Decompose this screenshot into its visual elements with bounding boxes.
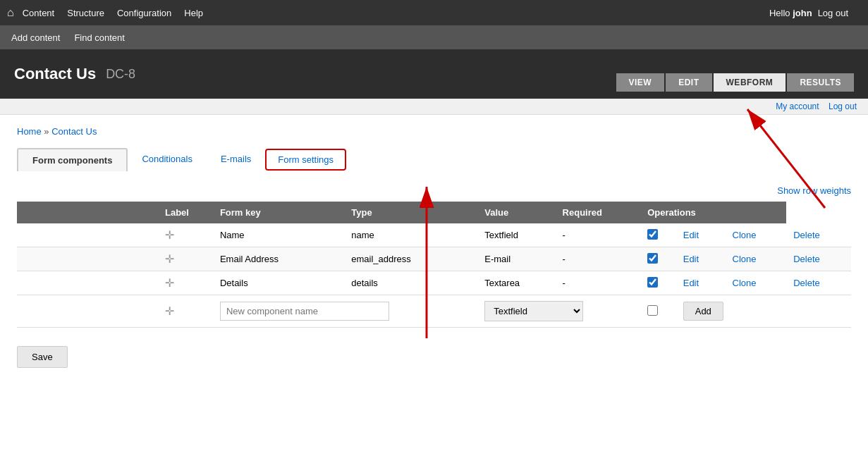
col-type: Type: [344, 202, 477, 223]
breadcrumb-home[interactable]: Home: [17, 126, 42, 137]
drag-cell: [17, 223, 158, 247]
required-checkbox[interactable]: [647, 229, 658, 240]
value-cell: -: [556, 271, 641, 295]
row-weights-area: Show row weights: [17, 185, 851, 196]
type-select-cell: TextfieldTextareaE-mailSelectCheckboxRad…: [477, 295, 640, 328]
add-drag-handle: ✛: [165, 305, 174, 317]
account-logout-link[interactable]: Log out: [829, 101, 857, 111]
tab-webform[interactable]: WEBFORM: [714, 73, 786, 92]
value-cell: -: [556, 223, 641, 247]
add-content-link[interactable]: Add content: [11, 32, 60, 43]
drag-cell: [17, 271, 158, 295]
delete-cell: Delete: [786, 247, 851, 271]
page-tab-buttons: VIEW EDIT WEBFORM RESULTS: [616, 73, 854, 92]
edit-cell: Edit: [676, 223, 726, 247]
add-btn-cell: Add: [676, 295, 851, 328]
required-new-cell: [640, 295, 676, 328]
drag-handle[interactable]: ✛: [165, 277, 174, 289]
tab-form-components[interactable]: Form components: [17, 148, 128, 171]
edit-link[interactable]: Edit: [683, 254, 699, 264]
type-cell: Textfield: [477, 223, 555, 247]
delete-link[interactable]: Delete: [793, 254, 820, 264]
title-area: Contact Us DC-8: [14, 65, 135, 83]
clone-link[interactable]: Clone: [733, 230, 757, 240]
component-type-select[interactable]: TextfieldTextareaE-mailSelectCheckboxRad…: [484, 301, 583, 321]
formkey-cell: name: [344, 223, 477, 247]
components-table: Label Form key Type Value Required Opera…: [17, 202, 851, 328]
drag-handle[interactable]: ✛: [165, 229, 174, 241]
breadcrumb: Home » Contact Us: [17, 126, 851, 137]
tab-conditionals[interactable]: Conditionals: [128, 148, 207, 171]
label-cell: Details: [213, 271, 344, 295]
tab-view[interactable]: VIEW: [616, 73, 665, 92]
delete-link[interactable]: Delete: [793, 230, 820, 240]
sec-nav: Add content Find content: [0, 25, 868, 49]
new-component-input[interactable]: [220, 302, 389, 321]
clone-cell: Clone: [726, 271, 787, 295]
nav-structure[interactable]: Structure: [67, 8, 104, 18]
delete-link[interactable]: Delete: [793, 278, 820, 288]
required-cell: [640, 247, 676, 271]
col-value: Value: [477, 202, 555, 223]
drag-cell: [17, 247, 158, 271]
show-row-weights-link[interactable]: Show row weights: [777, 185, 851, 196]
drag-handle-cell: ✛: [158, 223, 213, 247]
top-nav: ⌂ Content Structure Configuration Help H…: [0, 0, 868, 25]
col-formkey: Form key: [213, 202, 344, 223]
dc-badge: DC-8: [106, 67, 135, 82]
top-nav-right: Hello john Log out: [769, 8, 861, 18]
edit-link[interactable]: Edit: [683, 230, 699, 240]
page-title: Contact Us: [14, 65, 96, 83]
main-content: Home » Contact Us Form components Condit…: [0, 115, 868, 379]
required-checkbox[interactable]: [647, 277, 658, 288]
clone-cell: Clone: [726, 223, 787, 247]
edit-link[interactable]: Edit: [683, 278, 699, 288]
tab-edit[interactable]: EDIT: [666, 73, 711, 92]
greeting-text: Hello john: [769, 8, 812, 18]
breadcrumb-current[interactable]: Contact Us: [51, 126, 97, 137]
tab-form-settings[interactable]: Form settings: [265, 149, 346, 171]
required-cell: [640, 223, 676, 247]
new-required-checkbox[interactable]: [647, 305, 658, 316]
table-body: ✛ Name name Textfield - Edit Clone Delet…: [17, 223, 851, 328]
formkey-cell: email_address: [344, 247, 477, 271]
formkey-cell: details: [344, 271, 477, 295]
clone-link[interactable]: Clone: [733, 278, 757, 288]
required-checkbox[interactable]: [647, 253, 658, 264]
my-account-link[interactable]: My account: [776, 101, 819, 111]
add-component-button[interactable]: Add: [683, 302, 723, 321]
type-cell: E-mail: [477, 247, 555, 271]
value-cell: -: [556, 247, 641, 271]
clone-cell: Clone: [726, 247, 787, 271]
nav-help[interactable]: Help: [184, 8, 203, 18]
col-label: [17, 202, 158, 223]
drag-handle[interactable]: ✛: [165, 253, 174, 265]
drag-handle-cell: ✛: [158, 271, 213, 295]
nav-configuration[interactable]: Configuration: [117, 8, 171, 18]
label-cell: Name: [213, 223, 344, 247]
find-content-link[interactable]: Find content: [74, 32, 125, 43]
save-button[interactable]: Save: [17, 346, 68, 368]
label-cell: Email Address: [213, 247, 344, 271]
tab-results[interactable]: RESULTS: [787, 73, 854, 92]
drag-handle-cell: ✛: [158, 247, 213, 271]
username: john: [793, 8, 812, 18]
edit-cell: Edit: [676, 247, 726, 271]
add-handle-cell: ✛: [158, 295, 213, 328]
breadcrumb-separator: »: [44, 126, 49, 137]
table-row: ✛ Email Address email_address E-mail - E…: [17, 247, 851, 271]
account-bar: My account Log out: [0, 99, 868, 115]
new-component-cell: [213, 295, 477, 328]
page-header: Contact Us DC-8 VIEW EDIT WEBFORM RESULT…: [0, 49, 868, 99]
add-component-row: ✛ TextfieldTextareaE-mailSelectCheckboxR…: [17, 295, 851, 328]
edit-cell: Edit: [676, 271, 726, 295]
nav-content[interactable]: Content: [23, 8, 55, 18]
required-cell: [640, 271, 676, 295]
col-required: Required: [556, 202, 641, 223]
logout-link[interactable]: Log out: [818, 8, 848, 18]
clone-link[interactable]: Clone: [733, 254, 757, 264]
delete-cell: Delete: [786, 271, 851, 295]
tab-emails[interactable]: E-mails: [207, 148, 265, 171]
home-icon[interactable]: ⌂: [7, 6, 14, 19]
table-header: Label Form key Type Value Required Opera…: [17, 202, 851, 223]
